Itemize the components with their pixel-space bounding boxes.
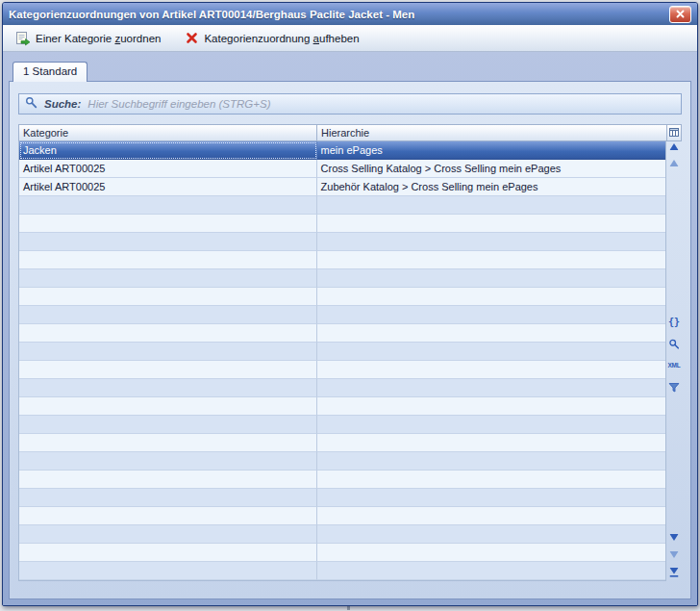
tab-page: Suche: Hier Suchbegriff eingeben (STRG+S… <box>9 81 691 599</box>
cell-hierarchie: Cross Selling Katalog > Cross Selling me… <box>317 160 665 178</box>
cell-kategorie <box>19 544 317 562</box>
cell-kategorie <box>19 306 317 324</box>
table-row[interactable]: Jackenmein ePages <box>19 141 665 160</box>
cell-kategorie <box>19 452 317 471</box>
table-row-empty[interactable] <box>19 361 665 379</box>
assign-category-icon <box>15 31 31 46</box>
cell-hierarchie <box>317 196 665 215</box>
cell-hierarchie <box>317 269 665 288</box>
cell-kategorie <box>19 343 317 361</box>
scroll-up-icon[interactable] <box>670 143 679 150</box>
table-row-empty[interactable] <box>19 507 665 525</box>
cell-hierarchie <box>317 379 665 397</box>
window-title: Kategorienzuordnungen von Artikel ART000… <box>9 9 669 20</box>
table-row-empty[interactable] <box>19 324 665 343</box>
table-row-empty[interactable] <box>19 196 665 215</box>
page-up-icon[interactable] <box>670 160 679 166</box>
filter-icon[interactable] <box>669 383 680 393</box>
cell-kategorie: Artikel ART00025 <box>19 160 317 178</box>
table-row-empty[interactable] <box>19 434 665 452</box>
cell-kategorie <box>19 397 317 416</box>
search-placeholder: Hier Suchbegriff eingeben (STRG+S) <box>88 98 270 110</box>
column-header-kategorie[interactable]: Kategorie <box>18 124 316 141</box>
cell-kategorie <box>19 471 317 489</box>
table-row-empty[interactable] <box>19 489 665 507</box>
cell-hierarchie <box>317 525 665 544</box>
tab-strip: 1 Standard <box>3 52 697 81</box>
table-row-empty[interactable] <box>19 233 665 251</box>
toolbar: Einer Kategorie zuordnen Kategorienzuord… <box>3 25 697 52</box>
column-chooser-icon <box>669 125 679 141</box>
table-row-empty[interactable] <box>19 452 665 471</box>
desktop-background: Kategorienzuordnungen von Artikel ART000… <box>0 0 700 611</box>
cell-hierarchie <box>317 562 665 580</box>
cell-hierarchie <box>317 233 665 251</box>
table-row-empty[interactable] <box>19 215 665 233</box>
title-bar[interactable]: Kategorienzuordnungen von Artikel ART000… <box>3 3 697 25</box>
page-down-icon[interactable] <box>670 551 679 558</box>
category-table: Kategorie Hierarchie <box>18 124 682 581</box>
table-row-empty[interactable] <box>19 397 665 416</box>
table-row-empty[interactable] <box>19 525 665 544</box>
cell-hierarchie <box>317 507 665 525</box>
table-main: Jackenmein ePagesArtikel ART00025Cross S… <box>18 141 682 581</box>
cell-kategorie <box>19 507 317 525</box>
cell-hierarchie <box>317 288 665 306</box>
close-button[interactable] <box>669 6 691 23</box>
table-row-empty[interactable] <box>19 416 665 434</box>
cell-kategorie <box>19 525 317 544</box>
cell-hierarchie <box>317 416 665 434</box>
tab-standard[interactable]: 1 Standard <box>12 62 88 82</box>
cell-hierarchie <box>317 434 665 452</box>
xml-export-icon[interactable]: XML <box>667 363 680 369</box>
cell-kategorie <box>19 562 317 580</box>
cell-kategorie <box>19 288 317 306</box>
cell-kategorie <box>19 215 317 233</box>
assign-button-label: Einer Kategorie zuordnen <box>36 33 161 44</box>
table-row[interactable]: Artikel ART00025Zubehör Katalog > Cross … <box>19 178 665 196</box>
cell-hierarchie <box>317 215 665 233</box>
table-row-empty[interactable] <box>19 379 665 397</box>
cell-kategorie <box>19 416 317 434</box>
table-row-empty[interactable] <box>19 343 665 361</box>
cell-kategorie <box>19 324 317 343</box>
table-row-empty[interactable] <box>19 251 665 269</box>
table-header: Kategorie Hierarchie <box>18 124 682 141</box>
search-input[interactable]: Suche: Hier Suchbegriff eingeben (STRG+S… <box>18 93 682 115</box>
table-search-icon[interactable] <box>669 339 680 349</box>
cell-kategorie <box>19 379 317 397</box>
scroll-bottom-icon[interactable] <box>670 568 679 577</box>
braces-icon[interactable]: {} <box>668 318 680 327</box>
table-row-empty[interactable] <box>19 544 665 562</box>
column-header-hierarchie[interactable]: Hierarchie <box>316 124 666 141</box>
dialog-window: Kategorienzuordnungen von Artikel ART000… <box>2 2 698 606</box>
cell-kategorie <box>19 489 317 507</box>
content-panel: 1 Standard Suche: Hier Suchbegriff einge… <box>3 52 697 605</box>
cell-hierarchie <box>317 251 665 269</box>
table-row-empty[interactable] <box>19 562 665 580</box>
cell-hierarchie: mein ePages <box>317 141 665 160</box>
cell-kategorie <box>19 434 317 452</box>
cell-hierarchie <box>317 471 665 489</box>
cell-hierarchie <box>317 489 665 507</box>
remove-button-label: Kategorienzuordnung aufheben <box>204 33 359 44</box>
remove-assignment-button[interactable]: Kategorienzuordnung aufheben <box>177 27 365 50</box>
table-row-empty[interactable] <box>19 269 665 288</box>
cell-kategorie: Jacken <box>19 141 317 160</box>
search-label: Suche: <box>44 98 81 110</box>
assign-category-button[interactable]: Einer Kategorie zuordnen <box>9 27 167 50</box>
table-row[interactable]: Artikel ART00025Cross Selling Katalog > … <box>19 160 665 178</box>
table-row-empty[interactable] <box>19 306 665 324</box>
cell-kategorie <box>19 233 317 251</box>
cell-kategorie <box>19 269 317 288</box>
search-icon <box>25 95 38 113</box>
cell-kategorie: Artikel ART00025 <box>19 178 317 196</box>
table-row-empty[interactable] <box>19 288 665 306</box>
cell-kategorie <box>19 251 317 269</box>
cell-hierarchie <box>317 452 665 471</box>
cell-hierarchie <box>317 306 665 324</box>
column-chooser-button[interactable] <box>666 124 682 141</box>
cell-hierarchie <box>317 343 665 361</box>
table-row-empty[interactable] <box>19 471 665 489</box>
scroll-down-icon[interactable] <box>670 534 679 541</box>
